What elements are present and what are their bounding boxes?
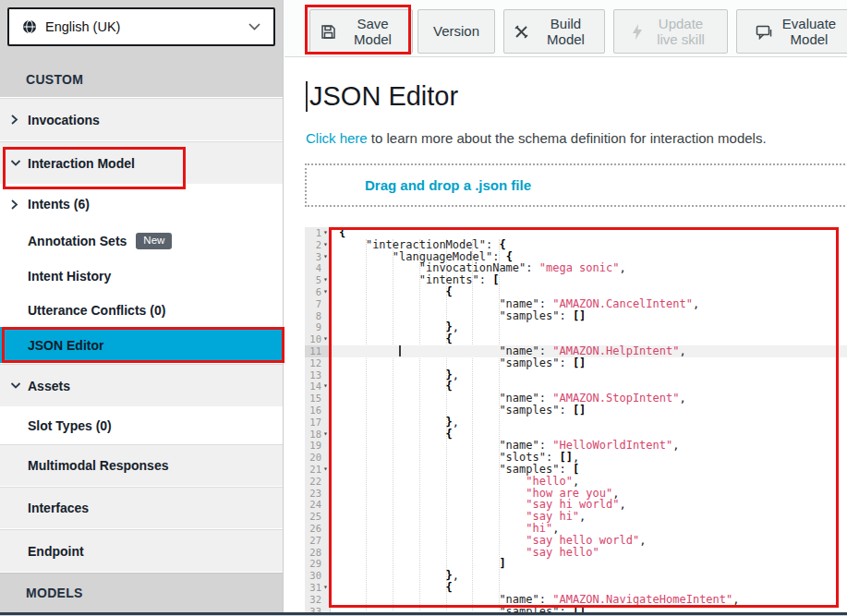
line-number: 23: [305, 488, 330, 500]
line-number: 13: [305, 369, 330, 381]
line-number: 20: [305, 452, 330, 464]
chevron-right-icon: [10, 199, 21, 210]
lightning-icon: [631, 24, 644, 40]
line-number[interactable]: 21▾: [305, 464, 330, 476]
line-number: 30: [305, 570, 330, 582]
sidebar-item-multimodal-responses[interactable]: Multimodal Responses: [0, 444, 283, 486]
code-line[interactable]: "name": "AMAZON.CancelIntent",: [332, 298, 847, 310]
line-number[interactable]: 10▾: [305, 333, 330, 345]
build-model-button[interactable]: Build Model: [503, 9, 605, 54]
chevron-down-icon: [248, 23, 260, 30]
chevron-down-icon: [10, 158, 21, 169]
line-number[interactable]: 5▾: [305, 274, 330, 286]
new-badge: New: [136, 233, 172, 249]
build-icon: [514, 24, 529, 40]
line-number[interactable]: 14▾: [305, 380, 330, 393]
code-line[interactable]: "name": "AMAZON.NavigateHomeIntent",: [332, 594, 847, 606]
line-number: 27: [305, 535, 330, 547]
language-strip: English (UK) CUSTOM: [0, 0, 283, 97]
sidebar-item-utterance-conflicts[interactable]: Utterance Conflicts (0): [0, 293, 283, 327]
version-button[interactable]: Version: [417, 9, 495, 54]
models-section: MODELS: [0, 573, 283, 612]
chevron-right-icon: [10, 115, 21, 126]
editor-caret: [399, 345, 401, 356]
line-number: 24: [305, 499, 330, 511]
line-number: 17: [305, 417, 330, 429]
line-number[interactable]: 1▾: [305, 227, 330, 239]
sidebar-item-interfaces[interactable]: Interfaces: [0, 487, 283, 528]
sidebar-item-intent-history[interactable]: Intent History: [0, 259, 283, 293]
line-number: 8: [305, 310, 330, 322]
line-number[interactable]: 2▾: [305, 239, 330, 251]
evaluate-model-button[interactable]: Evaluate Model: [736, 9, 847, 54]
line-number: 9: [305, 321, 330, 333]
dropzone-label: Drag and drop a .json file: [365, 177, 531, 193]
sidebar-item-endpoint[interactable]: Endpoint: [0, 529, 283, 572]
line-number: 7: [305, 298, 330, 310]
line-number: 19: [305, 440, 330, 452]
code-line[interactable]: },: [332, 417, 847, 429]
line-number[interactable]: 18▾: [305, 429, 330, 441]
line-number[interactable]: 31▾: [305, 582, 330, 594]
text-cursor: [306, 81, 308, 112]
line-number: 28: [305, 547, 330, 559]
save-model-button[interactable]: Save Model: [309, 9, 413, 54]
language-selector[interactable]: English (UK): [7, 7, 275, 46]
sidebar-item-annotation-sets[interactable]: Annotation Sets New: [0, 223, 283, 259]
sidebar-item-slot-types[interactable]: Slot Types (0): [0, 407, 283, 443]
models-section-header: MODELS: [26, 586, 83, 600]
toolbar: Save Model Version Build Model Update li…: [284, 0, 847, 57]
sidebar-item-assets[interactable]: Assets: [0, 364, 283, 406]
json-dropzone[interactable]: Drag and drop a .json file: [305, 163, 847, 207]
save-icon: [321, 24, 336, 40]
chat-icon: [756, 24, 772, 40]
line-number[interactable]: 3▾: [305, 251, 330, 263]
line-number: 15: [305, 393, 330, 405]
language-label: English (UK): [45, 19, 120, 34]
page-title: JSON Editor: [306, 81, 458, 112]
click-here-link[interactable]: Click here: [306, 130, 368, 146]
code-line[interactable]: "samples": [: [332, 464, 847, 476]
schema-description: Click here to learn more about the schem…: [306, 130, 767, 146]
line-number: 32: [305, 594, 330, 606]
line-number: 25: [305, 511, 330, 523]
chevron-down-icon: [10, 380, 21, 392]
line-number: 22: [305, 476, 330, 488]
json-code-editor[interactable]: 1▾2▾3▾45▾6▾78910▾11121314▾15161718▾19202…: [305, 227, 847, 616]
code-line[interactable]: "samples": []: [332, 405, 847, 417]
sidebar-item-invocations[interactable]: Invocations: [0, 98, 283, 140]
line-number[interactable]: 6▾: [305, 286, 330, 298]
sidebar-item-json-editor[interactable]: JSON Editor: [0, 327, 283, 363]
code-line[interactable]: "say hi",: [332, 511, 847, 523]
globe-icon: [22, 19, 37, 34]
code-line[interactable]: "samples": []: [332, 357, 847, 369]
main-area: Save Model Version Build Model Update li…: [284, 0, 847, 616]
line-number: 4: [305, 262, 330, 274]
code-line[interactable]: "name": "AMAZON.HelpIntent",: [332, 345, 847, 357]
code-line[interactable]: },: [332, 570, 847, 582]
sidebar-item-interaction-model[interactable]: Interaction Model: [0, 141, 283, 184]
line-number: 26: [305, 523, 330, 535]
editor-code[interactable]: { "interactionModel": { "languageModel":…: [332, 227, 847, 616]
sidebar-item-intents[interactable]: Intents (6): [0, 185, 283, 223]
editor-gutter[interactable]: 1▾2▾3▾45▾6▾78910▾11121314▾15161718▾19202…: [305, 227, 331, 616]
update-live-skill-button[interactable]: Update live skill: [613, 9, 728, 54]
sidebar: English (UK) CUSTOM Invocations Interact…: [0, 0, 284, 616]
line-number: 11: [305, 345, 330, 357]
line-number: 16: [305, 405, 330, 417]
custom-section-header: CUSTOM: [26, 72, 83, 87]
line-number: 29: [305, 558, 330, 570]
line-number: 12: [305, 357, 330, 369]
